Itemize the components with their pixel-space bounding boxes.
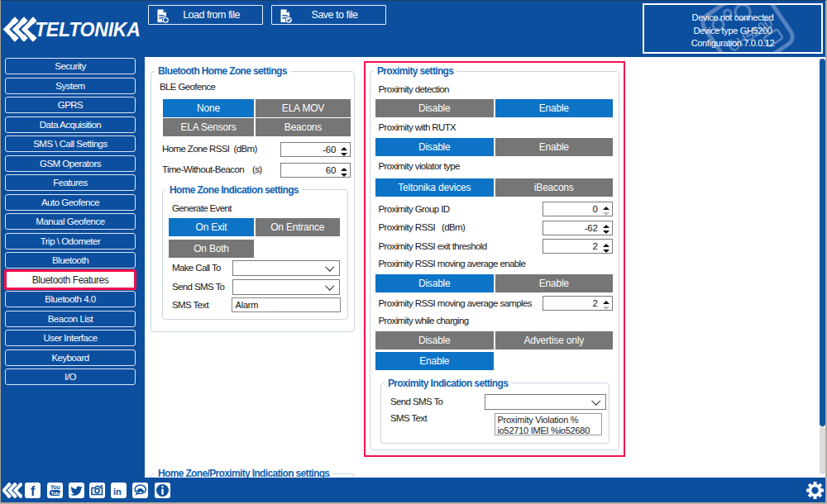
svg-text:Tube: Tube <box>50 491 61 496</box>
svg-text:You: You <box>50 484 60 490</box>
svg-text:in: in <box>113 487 122 497</box>
svg-text:TELTONIKA: TELTONIKA <box>35 19 141 40</box>
svg-text:f: f <box>31 484 36 498</box>
